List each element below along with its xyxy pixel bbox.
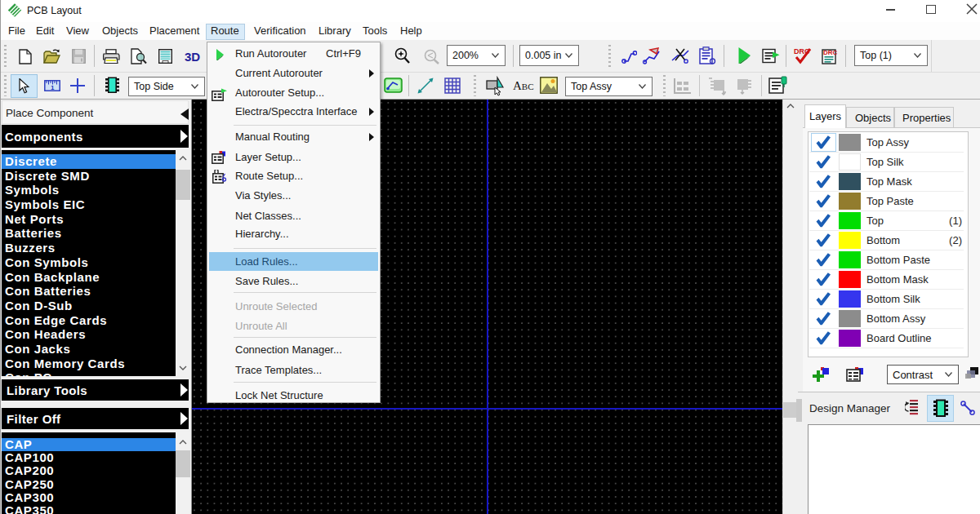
svg-text:1: 1	[51, 84, 55, 91]
svg-text:DRC: DRC	[823, 49, 838, 56]
